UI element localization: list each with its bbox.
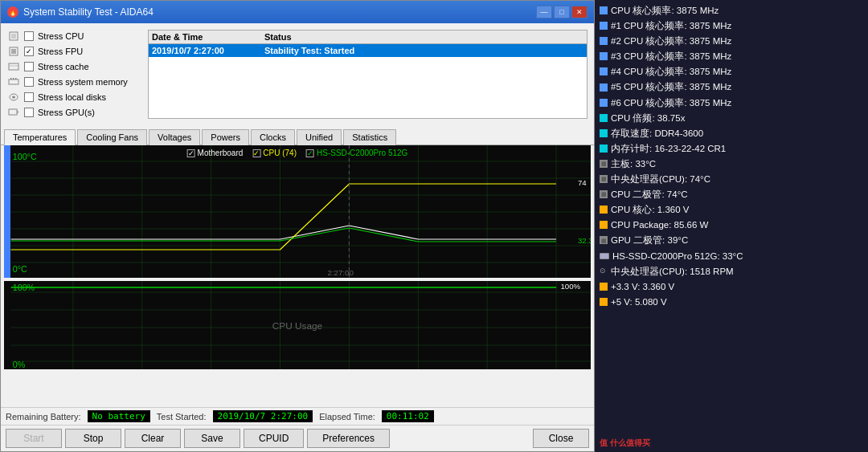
tab-voltages[interactable]: Voltages: [149, 129, 200, 145]
info-row-2: #2 CPU 核心频率: 3875 MHz: [600, 34, 863, 48]
stress-fpu-checkbox[interactable]: [24, 47, 34, 56]
info-text-10: 主板: 33°C: [611, 157, 656, 170]
info-row-1: #1 CPU 核心频率: 3875 MHz: [600, 18, 863, 33]
maximize-button[interactable]: □: [554, 6, 570, 18]
save-button[interactable]: Save: [184, 429, 240, 448]
legend-cpu-label: CPU (74): [263, 149, 297, 157]
stress-options: Stress CPU Stress FPU Stress cache: [7, 30, 148, 119]
stress-cache-label: Stress cache: [38, 62, 89, 71]
info-text-17: 中央处理器(CPU): 1518 RPM: [611, 265, 734, 278]
svg-text:100°C: 100°C: [13, 153, 37, 161]
svg-rect-9: [15, 78, 17, 79]
info-text-0: CPU 核心频率: 3875 MHz: [611, 4, 719, 17]
svg-rect-13: [17, 111, 18, 112]
svg-rect-14: [17, 112, 18, 113]
svg-text:2:27:00: 2:27:00: [328, 269, 354, 277]
tab-powers[interactable]: Powers: [202, 129, 249, 145]
legend-ssd-label: HS-SSD-C2000Pro 512G: [317, 149, 407, 157]
info-text-18: +3.3 V: 3.360 V: [611, 280, 674, 293]
tab-unified[interactable]: Unified: [297, 129, 342, 145]
test-started-label: Test Started:: [157, 412, 207, 421]
log-col-status-header: Status: [264, 32, 583, 42]
tabs-bar: Temperatures Cooling Fans Voltages Power…: [1, 125, 594, 145]
info-text-3: #3 CPU 核心频率: 3875 MHz: [611, 50, 731, 63]
info-row-14: CPU Package: 85.66 W: [600, 218, 863, 232]
info-text-12: CPU 二极管: 74°C: [611, 188, 688, 201]
info-row-8: 存取速度: DDR4-3600: [600, 126, 863, 140]
stress-memory-checkbox[interactable]: [24, 77, 34, 87]
svg-text:32.33: 32.33: [578, 237, 591, 245]
stress-fpu-item: Stress FPU: [7, 45, 148, 58]
preferences-button[interactable]: Preferences: [307, 429, 390, 448]
start-button[interactable]: Start: [6, 429, 62, 448]
svg-rect-6: [9, 79, 18, 84]
info-row-12: ▦CPU 二极管: 74°C: [600, 187, 863, 202]
stress-disk-label: Stress local disks: [38, 92, 106, 102]
elapsed-time-label: Elapsed Time:: [319, 412, 375, 421]
stress-memory-label: Stress system memory: [38, 77, 128, 87]
minimize-button[interactable]: —: [536, 6, 552, 18]
status-bar: Remaining Battery: No battery Test Start…: [1, 407, 594, 425]
info-text-15: GPU 二极管: 39°C: [611, 234, 688, 246]
app-icon: 🔥: [7, 6, 18, 18]
info-text-6: #6 CPU 核心频率: 3875 MHz: [611, 96, 731, 109]
info-text-5: #5 CPU 核心频率: 3875 MHz: [611, 80, 731, 93]
svg-rect-7: [10, 78, 12, 79]
info-row-0: CPU 核心频率: 3875 MHz: [600, 3, 863, 18]
info-row-15: ▦GPU 二极管: 39°C: [600, 233, 863, 247]
tab-temperatures[interactable]: Temperatures: [4, 129, 76, 145]
info-row-5: #5 CPU 核心频率: 3875 MHz: [600, 79, 863, 94]
svg-text:0°C: 0°C: [13, 265, 28, 274]
info-row-19: +5 V: 5.080 V: [600, 295, 863, 309]
cpu-icon: [7, 30, 20, 43]
info-row-10: ▦主板: 33°C: [600, 157, 863, 171]
log-col-date-header: Date & Time: [152, 32, 264, 42]
stop-button[interactable]: Stop: [65, 429, 121, 448]
remaining-battery-value: No battery: [88, 410, 150, 422]
info-text-4: #4 CPU 核心频率: 3875 MHz: [611, 65, 731, 78]
info-row-13: CPU 核心: 1.360 V: [600, 202, 863, 217]
stress-gpu-checkbox[interactable]: [24, 108, 34, 117]
info-text-1: #1 CPU 核心频率: 3875 MHz: [611, 19, 731, 32]
fpu-icon: [7, 45, 20, 58]
elapsed-time-value: 00:11:02: [382, 410, 434, 422]
log-row[interactable]: 2019/10/7 2:27:00 Stability Test: Starte…: [149, 44, 587, 57]
window-title: System Stability Test - AIDA64: [23, 6, 154, 18]
info-text-13: CPU 核心: 1.360 V: [611, 203, 690, 216]
stress-cpu-checkbox[interactable]: [24, 31, 34, 41]
info-row-17: ⊙中央处理器(CPU): 1518 RPM: [600, 264, 863, 279]
clear-button[interactable]: Clear: [125, 429, 181, 448]
tab-clocks[interactable]: Clocks: [251, 129, 295, 145]
log-date-cell: 2019/10/7 2:27:00: [152, 46, 264, 55]
svg-text:74: 74: [578, 179, 587, 187]
log-header: Date & Time Status: [149, 31, 587, 44]
temperature-chart: 100°C 0°C 2:27:00 74 32.33 ✓: [4, 145, 591, 278]
stress-disk-item: Stress local disks: [7, 91, 148, 104]
stress-disk-checkbox[interactable]: [24, 92, 34, 102]
test-started-value: 2019/10/7 2:27:00: [213, 410, 313, 422]
tab-statistics[interactable]: Statistics: [343, 129, 396, 145]
legend-cpu: ✓ CPU (74): [252, 149, 297, 157]
info-row-9: 内存计时: 16-23-22-42 CR1: [600, 141, 863, 156]
stress-cache-checkbox[interactable]: [24, 62, 34, 71]
svg-rect-4: [9, 63, 18, 70]
tab-cooling-fans[interactable]: Cooling Fans: [77, 129, 147, 145]
svg-text:CPU Usage: CPU Usage: [272, 321, 322, 331]
close-window-button[interactable]: ✕: [571, 6, 588, 18]
legend-motherboard-label: Motherboard: [198, 149, 244, 157]
cache-icon: [7, 60, 20, 73]
title-buttons: — □ ✕: [536, 6, 588, 18]
legend-ssd: ✓ HS-SSD-C2000Pro 512G: [306, 149, 407, 157]
stress-gpu-item: Stress GPU(s): [7, 106, 148, 119]
svg-rect-3: [11, 49, 16, 54]
cpuid-button[interactable]: CPUID: [244, 429, 304, 448]
info-text-8: 存取速度: DDR4-3600: [611, 127, 703, 140]
svg-rect-12: [9, 109, 17, 115]
svg-text:0%: 0%: [13, 360, 26, 369]
right-panel: CPU 核心频率: 3875 MHz#1 CPU 核心频率: 3875 MHz#…: [595, 0, 868, 452]
log-table: Date & Time Status 2019/10/7 2:27:00 Sta…: [148, 30, 588, 119]
close-button[interactable]: Close: [533, 429, 589, 448]
stress-gpu-label: Stress GPU(s): [38, 108, 95, 117]
info-row-4: #4 CPU 核心频率: 3875 MHz: [600, 64, 863, 79]
info-row-3: #3 CPU 核心频率: 3875 MHz: [600, 49, 863, 63]
